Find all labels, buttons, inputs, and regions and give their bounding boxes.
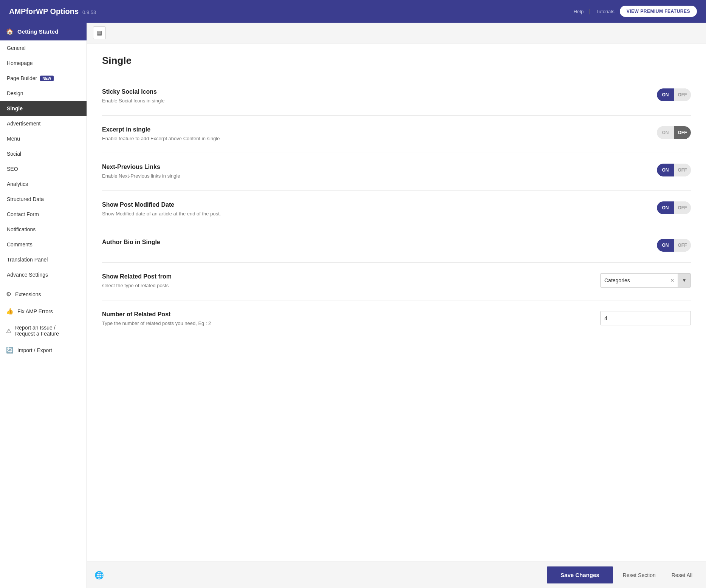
toggle-on-label-excerpt: ON <box>657 126 674 139</box>
setting-desc-number-related-post: Type the number of related posts you nee… <box>102 320 276 327</box>
setting-desc-sticky-social-icons: Enable Social Icons in single <box>102 97 276 105</box>
content-scroll: Single Sticky Social Icons Enable Social… <box>87 43 706 562</box>
app-version: 0.9.53 <box>82 9 96 15</box>
number-related-post-input[interactable] <box>600 311 691 325</box>
setting-label-post-modified-date: Show Post Modified Date <box>102 201 276 208</box>
toggle-off-label-excerpt: OFF <box>674 126 691 139</box>
sidebar-item-contact-form[interactable]: Contact Form <box>0 207 87 222</box>
select-clear-btn[interactable]: ✕ <box>667 277 678 283</box>
setting-label-sticky-social-icons: Sticky Social Icons <box>102 88 276 95</box>
home-icon: 🏠 <box>6 28 14 35</box>
warning-icon: ⚠ <box>6 327 11 334</box>
help-link[interactable]: Help <box>573 9 584 14</box>
setting-label-author-bio: Author Bio in Single <box>102 239 276 246</box>
setting-row-sticky-social-icons: Sticky Social Icons Enable Social Icons … <box>102 78 691 116</box>
select-value-categories: Categories <box>601 277 667 283</box>
setting-row-author-bio: Author Bio in Single ON OFF <box>102 228 691 263</box>
setting-row-next-prev: Next-Previous Links Enable Next-Previous… <box>102 153 691 191</box>
save-changes-button[interactable]: Save Changes <box>547 566 613 583</box>
setting-info-author-bio: Author Bio in Single <box>102 239 276 248</box>
sidebar-item-comments[interactable]: Comments <box>0 237 87 252</box>
gear-icon: ⚙ <box>6 291 11 298</box>
globe-icon[interactable]: 🌐 <box>94 571 104 580</box>
sidebar-item-general[interactable]: General <box>0 40 87 56</box>
app-title: AMPforWP Options <box>9 7 79 16</box>
new-badge: NEW <box>40 76 53 81</box>
setting-control-number-related-post <box>600 311 691 325</box>
header-separator: | <box>589 8 590 15</box>
reset-all-button[interactable]: Reset All <box>666 568 698 582</box>
thumbsup-icon: 👍 <box>6 308 14 315</box>
setting-info-number-related-post: Number of Related Post Type the number o… <box>102 311 276 327</box>
sidebar-item-homepage[interactable]: Homepage <box>0 56 87 71</box>
sidebar-item-menu[interactable]: Menu <box>0 131 87 146</box>
refresh-icon: 🔄 <box>6 347 14 354</box>
content-area: ▦ Single Sticky Social Icons Enable Soci… <box>87 23 706 588</box>
setting-row-number-related-post: Number of Related Post Type the number o… <box>102 300 691 338</box>
setting-label-excerpt: Excerpt in single <box>102 126 276 133</box>
sidebar: 🏠 Getting Started General Homepage Page … <box>0 23 87 588</box>
setting-label-next-prev: Next-Previous Links <box>102 164 276 170</box>
toggle-off-label-ab: OFF <box>674 239 691 252</box>
setting-desc-related-post-from: select the type of related posts <box>102 282 276 289</box>
setting-info-sticky-social-icons: Sticky Social Icons Enable Social Icons … <box>102 88 276 105</box>
sidebar-item-seo[interactable]: SEO <box>0 161 87 176</box>
toggle-next-prev[interactable]: ON OFF <box>657 164 691 176</box>
sidebar-item-advertisement[interactable]: Advertisement <box>0 116 87 131</box>
setting-label-number-related-post: Number of Related Post <box>102 311 276 318</box>
top-header: AMPforWP Options 0.9.53 Help | Tutorials… <box>0 0 706 23</box>
content-toolbar: ▦ <box>87 23 706 43</box>
page-title: Single <box>102 55 691 67</box>
sidebar-item-page-builder[interactable]: Page Builder NEW <box>0 71 87 86</box>
tutorials-link[interactable]: Tutorials <box>596 9 614 14</box>
setting-control-next-prev: ON OFF <box>657 164 691 176</box>
select-arrow-btn[interactable]: ▼ <box>678 274 691 287</box>
sidebar-divider <box>0 284 87 284</box>
toolbar-grid-icon-btn[interactable]: ▦ <box>93 26 106 39</box>
sidebar-item-getting-started[interactable]: 🏠 Getting Started <box>0 23 87 40</box>
setting-control-related-post-from: Categories ✕ ▼ <box>600 273 691 288</box>
setting-desc-post-modified-date: Show Modified date of an article at the … <box>102 210 276 218</box>
toggle-post-modified-date[interactable]: ON OFF <box>657 201 691 214</box>
sidebar-item-design[interactable]: Design <box>0 86 87 101</box>
grid-icon: ▦ <box>97 29 102 36</box>
sidebar-item-extensions[interactable]: ⚙ Extensions <box>0 286 87 303</box>
setting-row-post-modified-date: Show Post Modified Date Show Modified da… <box>102 191 691 229</box>
setting-info-related-post-from: Show Related Post from select the type o… <box>102 273 276 289</box>
header-left: AMPforWP Options 0.9.53 <box>9 7 96 16</box>
sidebar-item-analytics[interactable]: Analytics <box>0 176 87 192</box>
setting-row-related-post-from: Show Related Post from select the type o… <box>102 263 691 300</box>
toggle-on-label-pmd: ON <box>657 201 674 214</box>
sidebar-item-fix-amp-errors[interactable]: 👍 Fix AMP Errors <box>0 303 87 320</box>
toggle-sticky-social-icons[interactable]: ON OFF <box>657 88 691 101</box>
setting-info-post-modified-date: Show Post Modified Date Show Modified da… <box>102 201 276 218</box>
setting-info-next-prev: Next-Previous Links Enable Next-Previous… <box>102 164 276 180</box>
sidebar-item-translation-panel[interactable]: Translation Panel <box>0 252 87 267</box>
setting-label-related-post-from: Show Related Post from <box>102 273 276 280</box>
setting-desc-next-prev: Enable Next-Previous links in single <box>102 172 276 180</box>
select-related-post-from[interactable]: Categories ✕ ▼ <box>600 273 691 288</box>
sidebar-item-single[interactable]: Single <box>0 101 87 116</box>
toggle-excerpt[interactable]: ON OFF <box>657 126 691 139</box>
getting-started-label: Getting Started <box>17 28 58 35</box>
reset-section-button[interactable]: Reset Section <box>617 568 662 582</box>
setting-row-excerpt: Excerpt in single Enable feature to add … <box>102 116 691 153</box>
sidebar-item-report-issue[interactable]: ⚠ Report an Issue /Request a Feature <box>0 320 87 342</box>
toggle-on-label-ab: ON <box>657 239 674 252</box>
sidebar-item-social[interactable]: Social <box>0 146 87 161</box>
toggle-on-label-next-prev: ON <box>657 164 674 176</box>
sidebar-item-structured-data[interactable]: Structured Data <box>0 192 87 207</box>
header-right: Help | Tutorials VIEW PREMIUM FEATURES <box>573 6 697 17</box>
footer-left: 🌐 <box>94 571 543 580</box>
toggle-on-label: ON <box>657 88 674 101</box>
setting-desc-excerpt: Enable feature to add Excerpt above Cont… <box>102 135 276 142</box>
setting-info-excerpt: Excerpt in single Enable feature to add … <box>102 126 276 142</box>
setting-control-sticky-social-icons: ON OFF <box>657 88 691 101</box>
toggle-author-bio[interactable]: ON OFF <box>657 239 691 252</box>
premium-button[interactable]: VIEW PREMIUM FEATURES <box>620 6 697 17</box>
setting-control-post-modified-date: ON OFF <box>657 201 691 214</box>
sidebar-item-import-export[interactable]: 🔄 Import / Export <box>0 342 87 359</box>
sidebar-item-advance-settings[interactable]: Advance Settings <box>0 267 87 282</box>
sidebar-item-notifications[interactable]: Notifications <box>0 222 87 237</box>
setting-control-author-bio: ON OFF <box>657 239 691 252</box>
